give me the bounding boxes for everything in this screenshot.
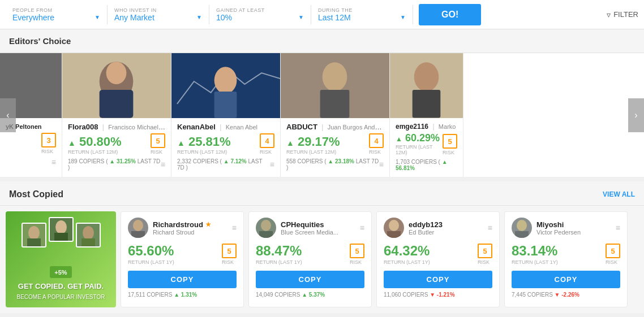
trader-fullname: Juan Burgos Andrade — [328, 123, 384, 131]
investor-fullname: Richard Stroud — [153, 229, 232, 236]
investor-handle: Richardstroud ★ — [153, 220, 232, 229]
menu-icon[interactable]: ≡ — [379, 160, 384, 169]
svg-point-15 — [55, 220, 67, 234]
risk-badge: 4 — [260, 133, 274, 148]
copiers-info: 14,049 COPIERS ▲ 5.37% — [256, 292, 364, 298]
most-copied-grid: +5% GET COPIED. GET PAID. BECOME A POPUL… — [0, 206, 644, 313]
return-label: RETURN (LAST 1Y) — [128, 259, 174, 265]
risk-badge: 5 — [443, 134, 457, 149]
trader-return: ▲ 50.80% — [68, 136, 122, 148]
svg-point-21 — [261, 220, 271, 231]
menu-icon[interactable]: ≡ — [488, 223, 492, 232]
filter-gained-label: GAINED AT LEAST — [216, 7, 304, 13]
risk-label: RISK — [41, 149, 56, 154]
svg-rect-26 — [515, 231, 529, 238]
filter-people-value[interactable]: Everywhere ▼ — [12, 13, 100, 22]
filter-invest-in[interactable]: WHO INVEST IN Any Market ▼ — [108, 5, 209, 24]
go-button[interactable]: GO! — [419, 4, 481, 25]
trader-names: emge2116 | Marko — [396, 123, 457, 131]
menu-icon[interactable]: ≡ — [51, 158, 56, 167]
copiers-info: 189 COPIERS ( ▲ 31.25% LAST 7D ) — [68, 158, 161, 171]
investor-handle: Miyoshi — [536, 220, 616, 229]
filter-button[interactable]: ▿ FILTER — [607, 10, 638, 19]
return-label: RETURN (LAST 1Y) — [256, 259, 302, 265]
trader-card-kenanabel: KenanAbel | Kenan Abel ▲ 25.81% RETURN (… — [171, 53, 281, 177]
trader-fullname: Marko — [439, 123, 456, 130]
risk-badge: 4 — [369, 133, 384, 148]
investor-return: 65.60% — [128, 244, 174, 258]
investor-return: 88.47% — [256, 244, 302, 258]
copiers-info: 17,511 COPIERS ▲ 1.31% — [128, 292, 237, 298]
svg-point-11 — [414, 62, 439, 92]
menu-icon[interactable]: ≡ — [161, 160, 165, 169]
investor-fullname: Ed Butler — [409, 229, 488, 236]
trader-names: ABDUCT | Juan Burgos Andrade — [286, 123, 384, 131]
copiers-info: 2,332 COPIERS ( ▲ 7.12% LAST 7D ) — [177, 158, 270, 171]
risk-label: RISK — [350, 259, 364, 265]
investor-fullname: Blue Screen Media... — [281, 229, 360, 236]
risk-label: RISK — [478, 259, 492, 265]
promo-face-3 — [76, 223, 101, 247]
editors-choice-carousel: ‹ yK Peltonen 3 RISK — [0, 53, 644, 177]
filter-during[interactable]: DURING THE Last 12M ▼ — [311, 5, 413, 24]
copy-button[interactable]: COPY — [256, 271, 364, 288]
investor-card-miyoshi: Miyoshi Victor Pedersen ≡ 83.14% RETURN … — [504, 211, 628, 307]
filter-icon: ▿ — [607, 10, 611, 19]
investor-name-block: Richardstroud ★ Richard Stroud — [153, 220, 232, 236]
svg-rect-3 — [100, 90, 134, 118]
filter-invest-value[interactable]: Any Market ▼ — [114, 13, 202, 22]
filter-label: FILTER — [613, 10, 638, 19]
investor-card-eddyb123: eddyb123 Ed Butler ≡ 64.32% RETURN (LAST… — [376, 211, 500, 307]
carousel-left-button[interactable]: ‹ — [0, 98, 16, 132]
copy-button[interactable]: COPY — [512, 271, 620, 288]
trader-handle: KenanAbel — [177, 123, 216, 131]
risk-label: RISK — [151, 149, 165, 155]
risk-label: RISK — [222, 259, 237, 265]
svg-point-13 — [28, 226, 40, 240]
return-label: RETURN (LAST 1Y) — [384, 259, 430, 265]
risk-badge: 5 — [606, 244, 620, 258]
return-label: RETURN (LAST 1Y) — [512, 259, 558, 265]
copiers-info: 1,703 COPIERS ( ▲ 56.81% — [396, 159, 457, 171]
risk-badge: 5 — [478, 244, 492, 258]
svg-rect-20 — [131, 231, 145, 238]
investor-avatar — [384, 218, 404, 238]
svg-point-23 — [389, 220, 399, 231]
copiers-info: 558 COPIERS ( ▲ 23.18% LAST 7D ) — [286, 158, 379, 171]
menu-icon[interactable]: ≡ — [616, 223, 620, 232]
chevron-down-icon: ▼ — [196, 14, 202, 20]
svg-rect-22 — [259, 231, 273, 238]
trader-names: KenanAbel | Kenan Abel — [177, 123, 274, 131]
copy-button[interactable]: COPY — [384, 271, 492, 288]
copiers-info: 11,060 COPIERS ▼ -1.21% — [384, 292, 492, 298]
carousel-right-button[interactable]: › — [628, 98, 644, 132]
promo-text: GET COPIED. GET PAID. BECOME A POPULAR I… — [17, 281, 105, 302]
copy-button[interactable]: COPY — [128, 271, 237, 288]
chevron-down-icon: ▼ — [400, 14, 406, 20]
filter-gained[interactable]: GAINED AT LEAST 10% ▼ — [209, 5, 311, 24]
filter-people-from[interactable]: PEOPLE FROM Everywhere ▼ — [6, 5, 108, 24]
investor-avatar — [256, 218, 276, 238]
svg-rect-24 — [387, 231, 401, 238]
risk-badge: 3 — [41, 133, 56, 147]
investor-handle: CPHequities — [281, 220, 360, 229]
return-label: RETURN (LAST 12M) — [177, 149, 231, 155]
filter-during-value[interactable]: Last 12M ▼ — [318, 13, 406, 22]
editors-choice-header: Editors' Choice — [0, 29, 644, 53]
view-all-link[interactable]: VIEW ALL — [603, 190, 635, 198]
promo-faces — [6, 217, 116, 247]
svg-point-17 — [83, 226, 94, 240]
main-content: Editors' Choice ‹ yK Peltonen 3 — [0, 29, 644, 317]
promo-card[interactable]: +5% GET COPIED. GET PAID. BECOME A POPUL… — [6, 211, 116, 307]
investor-return: 83.14% — [512, 244, 558, 258]
trader-fullname: Francisco Michaelis De Vasconcelos — [108, 123, 165, 131]
risk-badge: 5 — [151, 133, 165, 148]
menu-icon[interactable]: ≡ — [270, 160, 274, 169]
filter-bar: PEOPLE FROM Everywhere ▼ WHO INVEST IN A… — [0, 0, 644, 29]
investor-fullname: Victor Pedersen — [536, 229, 616, 236]
menu-icon[interactable]: ≡ — [360, 223, 364, 232]
risk-badge: 5 — [350, 244, 364, 258]
filter-gained-value[interactable]: 10% ▼ — [216, 13, 304, 22]
return-label: RETURN (LAST 12M) — [286, 149, 340, 155]
menu-icon[interactable]: ≡ — [232, 223, 237, 232]
